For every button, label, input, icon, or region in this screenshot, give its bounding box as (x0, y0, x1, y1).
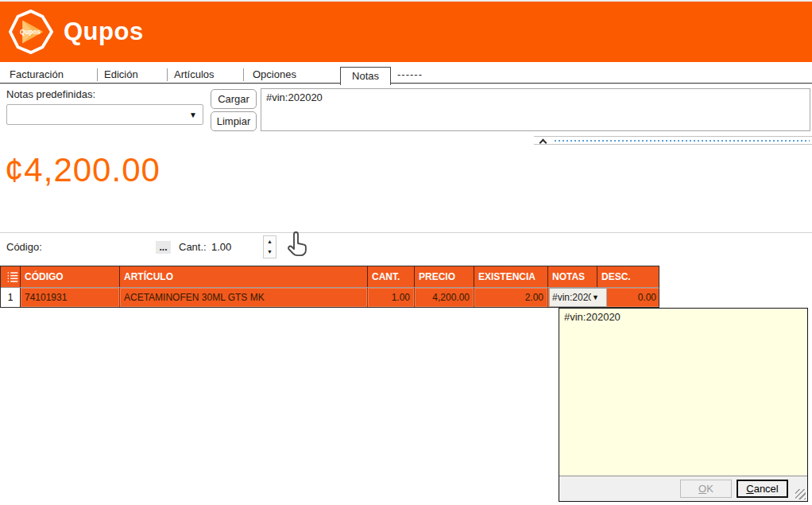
brand-title: Qupos (64, 17, 144, 46)
tabstrip-overflow-dashes: ------ (397, 68, 423, 80)
list-icon (6, 270, 20, 284)
tab-separator (243, 68, 244, 81)
tab-articulos[interactable]: Artículos (174, 68, 215, 80)
col-header-articulo[interactable]: ARTÍCULO (120, 266, 368, 287)
quantity-stepper[interactable]: ▲ ▼ (263, 235, 276, 258)
tab-edicion[interactable]: Edición (104, 68, 138, 80)
hand-pointer-icon[interactable] (286, 230, 310, 258)
panel-splitter[interactable] (534, 136, 812, 145)
notas-editor-popup: #vin:202020 OK Cancel (559, 308, 808, 502)
tab-separator (167, 68, 168, 81)
chevron-down-icon[interactable]: ▼ (592, 293, 599, 301)
col-header-existencia[interactable]: EXISTENCIA (474, 266, 548, 287)
row-selector-header[interactable] (1, 266, 21, 287)
codigo-label: Código: (6, 241, 42, 253)
collapse-chevron-icon[interactable] (539, 139, 547, 147)
resize-grip[interactable] (795, 489, 806, 499)
qupos-logo-icon: Qupos (8, 9, 54, 55)
note-text-area[interactable]: #vin:202020 (261, 88, 810, 131)
col-header-cant[interactable]: CANT. (368, 266, 415, 287)
limpiar-button[interactable]: Limpiar (211, 111, 257, 131)
row-number[interactable]: 1 (1, 288, 21, 307)
col-header-precio[interactable]: PRECIO (415, 266, 474, 287)
svg-text:Qupos: Qupos (20, 29, 41, 36)
qupos-window: Qupos Qupos Facturación Edición Artículo… (0, 0, 812, 505)
notas-popup-text-area[interactable]: #vin:202020 (559, 309, 807, 476)
cell-articulo[interactable]: ACETAMINOFEN 30ML GTS MK (120, 288, 368, 307)
cargar-button[interactable]: Cargar (211, 89, 257, 109)
ok-button[interactable]: OK (680, 480, 732, 498)
tab-facturacion[interactable]: Facturación (10, 68, 64, 80)
tab-separator (97, 68, 98, 81)
notas-popup-button-bar: OK Cancel (559, 476, 807, 501)
spinner-up-icon[interactable]: ▲ (264, 236, 276, 247)
cell-existencia[interactable]: 2.00 (474, 288, 548, 307)
chevron-down-icon[interactable]: ▼ (189, 111, 197, 119)
cell-codigo[interactable]: 74101931 (21, 288, 120, 307)
menu-tabstrip: Facturación Edición Artículos Opciones N… (0, 67, 812, 86)
predefined-notes-dropdown[interactable]: ▼ (6, 104, 203, 125)
cell-cant[interactable]: 1.00 (368, 288, 415, 307)
col-header-notas[interactable]: NOTAS (548, 266, 597, 287)
predefined-notes-label: Notas predefinidas: (6, 88, 95, 100)
cant-label: Cant.: (179, 241, 207, 253)
splitter-dotted-line (555, 140, 810, 142)
cancel-button[interactable]: Cancel (737, 480, 788, 498)
brand-banner: Qupos Qupos (0, 2, 812, 62)
spinner-down-icon[interactable]: ▼ (264, 247, 276, 257)
tab-notas-active[interactable]: Notas (340, 67, 391, 85)
cell-precio[interactable]: 4,200.00 (415, 288, 474, 307)
section-divider (0, 232, 812, 233)
notas-cell-editor[interactable]: #vin:202020 ▼ (549, 288, 607, 307)
grid-header-row: CÓDIGO ARTÍCULO CANT. PRECIO EXISTENCIA … (1, 266, 659, 287)
col-header-codigo[interactable]: CÓDIGO (21, 266, 120, 287)
col-header-desc[interactable]: DESC. (597, 266, 660, 287)
tabstrip-underline (0, 83, 812, 84)
cant-value[interactable]: 1.00 (211, 241, 231, 253)
tab-opciones[interactable]: Opciones (253, 68, 296, 80)
notas-cell-editor-value: #vin:202020 (550, 292, 591, 303)
total-price-display: ¢4,200.00 (5, 151, 160, 189)
browse-code-button[interactable]: ... (156, 241, 171, 254)
